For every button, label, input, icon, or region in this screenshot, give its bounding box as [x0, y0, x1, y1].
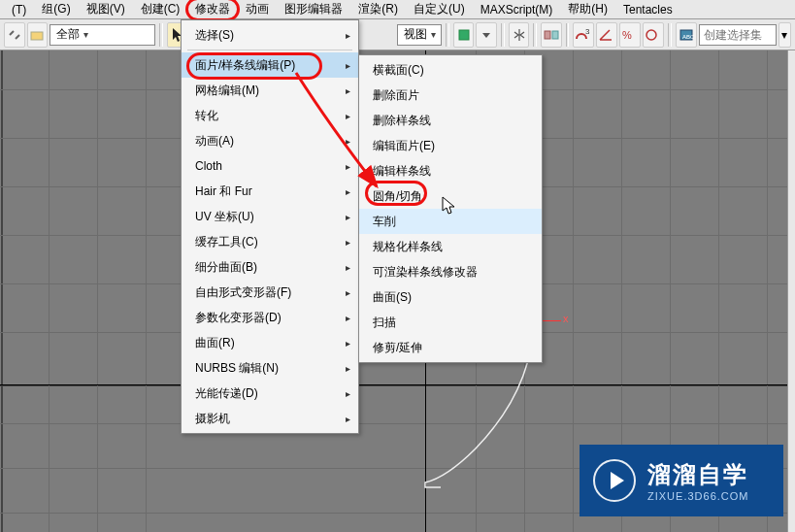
menu2-item-trim-extend[interactable]: 修剪/延伸	[359, 335, 542, 360]
svg-rect-3	[545, 31, 550, 39]
menu2-item-fillet[interactable]: 圆角/切角	[359, 183, 542, 209]
svg-rect-0	[31, 32, 43, 40]
percent-snap-icon[interactable]: %	[619, 22, 641, 48]
menu1-item-patch-spline[interactable]: 面片/样条线编辑(P)	[182, 52, 358, 78]
menu1-item-cloth[interactable]: Cloth	[182, 153, 358, 179]
selection-filter-label: 全部	[56, 26, 80, 43]
menu1-item-subdiv[interactable]: 细分曲面(B)	[182, 254, 358, 280]
menu-maxscript[interactable]: MAXScript(M)	[473, 1, 561, 18]
menu2-item-lathe[interactable]: 车削	[359, 209, 542, 234]
menu-grapheditor[interactable]: 图形编辑器	[277, 0, 350, 19]
main-toolbar: 全部 视图 3 % ABC ▾	[0, 19, 795, 50]
named-selection-input[interactable]	[699, 24, 777, 46]
menu-help[interactable]: 帮助(H)	[560, 0, 615, 19]
menu2-item-edit-spline[interactable]: 编辑样条线	[359, 158, 542, 183]
angle-snap-icon[interactable]	[596, 22, 617, 48]
view-dropdown[interactable]: 视图	[397, 24, 442, 46]
menu-view[interactable]: 视图(V)	[79, 0, 133, 19]
menu1-item-camera[interactable]: 摄影机	[182, 406, 358, 431]
menu-tentacles[interactable]: Tentacles	[615, 1, 680, 18]
named-sel-icon[interactable]	[453, 22, 475, 48]
dropdown-helper-icon[interactable]	[476, 22, 497, 48]
open-icon[interactable]	[27, 22, 49, 48]
menu2-item-crosssection[interactable]: 横截面(C)	[359, 57, 542, 83]
svg-text:3: 3	[585, 27, 590, 36]
svg-rect-2	[459, 30, 469, 40]
watermark-main: 溜溜自学	[647, 459, 748, 490]
menu-modifiers-label: 修改器	[195, 2, 230, 16]
menu1-item-convert[interactable]: 转化	[182, 103, 358, 128]
menu-animation[interactable]: 动画	[238, 0, 277, 19]
svg-point-7	[646, 30, 656, 40]
menu2-item-sweep[interactable]: 扫描	[359, 310, 542, 335]
menu1-item-select[interactable]: 选择(S)	[182, 22, 358, 48]
menu1-item-param-def[interactable]: 参数化变形器(D)	[182, 305, 358, 330]
link-icon[interactable]	[4, 22, 25, 48]
menu-render[interactable]: 渲染(R)	[350, 0, 406, 19]
svg-text:ABC: ABC	[682, 34, 695, 40]
menu2-item-normalize[interactable]: 规格化样条线	[359, 234, 542, 259]
menu1-item-ffd[interactable]: 自由形式变形器(F)	[182, 280, 358, 305]
edit-named-sel-icon[interactable]: ABC	[676, 22, 697, 48]
watermark-sub: ZIXUE.3D66.COM	[647, 490, 748, 502]
svg-text:%: %	[622, 29, 632, 41]
menu2-item-delete-spline[interactable]: 删除样条线	[359, 108, 542, 133]
menu-create[interactable]: 创建(C)	[133, 0, 188, 19]
dropdown-arrow-icon[interactable]: ▾	[778, 22, 791, 48]
menu1-item-cache[interactable]: 缓存工具(C)	[182, 229, 358, 254]
spinner-snap-icon[interactable]	[643, 22, 664, 48]
snap-3-icon[interactable]: 3	[573, 22, 594, 48]
menubar: (T) 组(G) 视图(V) 创建(C) 修改器 动画 图形编辑器 渲染(R) …	[0, 0, 795, 19]
menu-file-t[interactable]: (T)	[4, 1, 34, 18]
menu1-item-animation[interactable]: 动画(A)	[182, 128, 358, 153]
menu1-item-surface[interactable]: 曲面(R)	[182, 330, 358, 355]
modifiers-menu: 选择(S) 面片/样条线编辑(P) 网格编辑(M) 转化 动画(A) Cloth…	[181, 19, 359, 434]
view-dropdown-label: 视图	[404, 26, 427, 43]
menu1-item-uv[interactable]: UV 坐标(U)	[182, 204, 358, 229]
menu-group[interactable]: 组(G)	[34, 0, 78, 19]
menu2-item-surface[interactable]: 曲面(S)	[359, 284, 542, 310]
play-icon	[593, 459, 636, 502]
menu2-item-edit-patch[interactable]: 编辑面片(E)	[359, 133, 542, 158]
patch-spline-submenu: 横截面(C) 删除面片 删除样条线 编辑面片(E) 编辑样条线 圆角/切角 车削…	[358, 54, 543, 363]
command-panel-edge	[787, 50, 795, 532]
menu-customize[interactable]: 自定义(U)	[406, 0, 473, 19]
selection-filter-dropdown[interactable]: 全部	[50, 24, 155, 46]
svg-rect-4	[552, 31, 558, 39]
menu1-item-hair-fur[interactable]: Hair 和 Fur	[182, 179, 358, 204]
menu1-item-nurbs[interactable]: NURBS 编辑(N)	[182, 355, 358, 381]
menu1-item-mesh-edit[interactable]: 网格编辑(M)	[182, 78, 358, 103]
watermark: 溜溜自学 ZIXUE.3D66.COM	[580, 445, 783, 516]
mirror-icon[interactable]	[509, 22, 530, 48]
align-icon[interactable]	[541, 22, 562, 48]
menu-modifiers[interactable]: 修改器	[187, 0, 238, 19]
menu2-item-renderable[interactable]: 可渲染样条线修改器	[359, 259, 542, 284]
menu1-item-radiosity[interactable]: 光能传递(D)	[182, 381, 358, 406]
menu2-item-delete-patch[interactable]: 删除面片	[359, 83, 542, 108]
